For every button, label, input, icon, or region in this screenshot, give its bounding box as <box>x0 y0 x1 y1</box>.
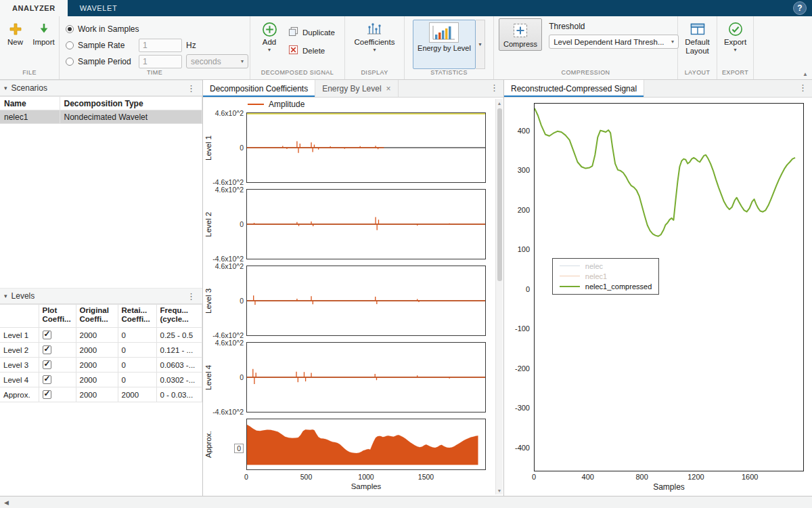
table-row[interactable]: Level 4 2000 0 0.0302 -... <box>0 373 202 387</box>
work-in-samples-radio[interactable]: Work in Samples <box>66 22 139 36</box>
threshold-combo[interactable]: Level Dependent Hard Thresh... ▾ <box>549 35 679 49</box>
column-header-frequency[interactable]: Frequ... (cycle... <box>156 305 202 328</box>
legend-entry-nelec1-compressed[interactable]: nelec1_compressed <box>560 282 652 291</box>
delete-button[interactable]: Delete <box>284 43 329 58</box>
compress-button[interactable]: Compress <box>499 18 542 51</box>
duplicate-label: Duplicate <box>302 28 335 37</box>
section-display: Coefficients ▾ DISPLAY <box>345 16 405 79</box>
levels-header[interactable]: ▾ Levels ⋮ <box>0 288 202 304</box>
vertical-scrollbar[interactable]: ▲ ▼ <box>495 99 503 494</box>
export-label: Export <box>724 38 746 47</box>
default-layout-button[interactable]: Default Layout <box>681 18 713 56</box>
legend-entry-nelec1[interactable]: nelec1 <box>560 272 652 280</box>
tab-analyzer[interactable]: ANALYZER <box>0 0 68 16</box>
compression-section-label: COMPRESSION <box>496 69 675 79</box>
compress-label: Compress <box>503 40 537 48</box>
question-icon: ? <box>797 3 802 13</box>
plot-checkbox[interactable] <box>43 360 51 369</box>
levels-menu-button[interactable]: ⋮ <box>184 292 198 301</box>
legend-label: nelec1_compressed <box>585 282 652 291</box>
collapse-toolstrip-button[interactable]: ▲ <box>803 71 808 77</box>
approx-plot[interactable] <box>246 419 486 470</box>
table-row[interactable]: Level 2 2000 0 0.121 - ... <box>0 343 202 358</box>
approx-axis-label: Approx. <box>203 419 214 470</box>
level-1-plot[interactable] <box>246 112 486 183</box>
energy-by-level-dropdown-button[interactable]: ▾ <box>476 20 485 69</box>
nelec1-compressed-line-swatch <box>560 286 580 287</box>
scroll-up-icon[interactable]: ▲ <box>497 99 502 107</box>
export-button[interactable]: Export ▾ <box>720 18 750 53</box>
plot-checkbox[interactable] <box>43 345 51 354</box>
section-layout: Default Layout LAYOUT <box>678 16 717 79</box>
levels-panel: ▾ Levels ⋮ Plot Coeffi... Original Coeff… <box>0 288 202 496</box>
section-decomposed-signal: Add ▾ Duplicate Delete <box>250 16 345 79</box>
decomposition-plots: Level 1 4.6x10^2 0 -4.6x10^2 Level 2 4.6… <box>203 111 503 496</box>
app-tab-bar: ANALYZER WAVELET ? <box>0 0 812 16</box>
column-header-decomposition-type[interactable]: Decomposition Type <box>60 97 202 110</box>
scenario-name-cell[interactable]: nelec1 <box>0 110 60 124</box>
section-compression: Compress Threshold Level Dependent Hard … <box>494 16 678 79</box>
chevron-down-icon: ▾ <box>671 39 674 45</box>
nelec1-line-swatch <box>560 276 580 276</box>
sample-period-input[interactable] <box>139 55 182 68</box>
column-header-retained-coefficients[interactable]: Retai... Coeffi... <box>118 305 156 328</box>
column-header-blank <box>0 305 39 328</box>
duplicate-icon <box>288 26 298 38</box>
table-row[interactable]: Level 3 2000 0 0.0603 -... <box>0 358 202 373</box>
help-button[interactable]: ? <box>793 1 807 15</box>
seconds-combo[interactable]: seconds ▾ <box>186 54 248 68</box>
plot-checkbox[interactable] <box>43 375 51 384</box>
legend-entry-nelec[interactable]: nelec <box>560 262 652 270</box>
plot-checkbox[interactable] <box>43 331 51 339</box>
scenario-type-cell[interactable]: Nondecimated Wavelet <box>60 110 202 124</box>
sample-period-radio[interactable]: Sample Period seconds ▾ <box>66 55 248 68</box>
scenarios-header[interactable]: ▾ Scenarios ⋮ <box>0 80 202 96</box>
column-header-original-coefficients[interactable]: Original Coeffi... <box>76 305 118 328</box>
plot-checkbox[interactable] <box>43 390 51 399</box>
level-4-row: Level 4 4.6x10^2 0 -4.6x10^2 <box>203 342 486 412</box>
coefficients-button[interactable]: Coefficients ▾ <box>351 18 399 53</box>
add-button[interactable]: Add ▾ <box>256 18 283 53</box>
level-2-plot[interactable] <box>246 189 486 259</box>
level-2-row: Level 2 4.6x10^2 0 -4.6x10^2 <box>203 189 486 259</box>
export-icon <box>728 20 743 38</box>
mid-panel-menu-button[interactable]: ⋮ <box>487 83 501 92</box>
collapse-panel-icon[interactable]: ◀ <box>4 499 9 506</box>
column-header-name[interactable]: Name <box>0 97 60 110</box>
file-section-label: FILE <box>2 69 57 79</box>
export-section-label: EXPORT <box>719 69 751 79</box>
right-panel-menu-button[interactable]: ⋮ <box>796 83 810 92</box>
coefficients-label: Coefficients <box>355 38 395 47</box>
plot-legend[interactable]: nelec nelec1 nelec1_compressed <box>552 258 659 295</box>
tab-reconstructed-compressed-signal[interactable]: Reconstructed-Compressed Signal <box>504 80 644 97</box>
sample-rate-input[interactable] <box>139 39 182 52</box>
level-3-axis-label: Level 3 <box>203 266 214 336</box>
table-row[interactable]: Approx. 2000 2000 0 - 0.03... <box>0 387 202 402</box>
new-button[interactable]: New <box>2 18 29 47</box>
close-icon[interactable]: × <box>386 84 391 93</box>
default-layout-label: Default Layout <box>685 38 709 56</box>
column-header-plot-coefficients[interactable]: Plot Coeffi... <box>39 305 76 328</box>
level-4-plot[interactable] <box>246 342 486 412</box>
table-row[interactable]: nelec1 Nondecimated Wavelet <box>0 110 202 124</box>
approx-row: Approx. 0 <box>203 419 486 470</box>
layout-section-label: LAYOUT <box>680 69 715 79</box>
tab-decomposition-coefficients[interactable]: Decomposition Coefficients <box>203 80 315 97</box>
tab-wavelet[interactable]: WAVELET <box>68 0 130 16</box>
table-row[interactable]: Level 1 2000 0 0.25 - 0.5 <box>0 328 202 343</box>
level-3-plot[interactable] <box>246 266 486 336</box>
duplicate-button[interactable]: Duplicate <box>284 25 339 39</box>
x-axis-ticks: 050010001500 <box>246 472 486 482</box>
scenarios-menu-button[interactable]: ⋮ <box>184 84 198 93</box>
sample-rate-radio[interactable]: Sample Rate Hz <box>66 39 196 52</box>
signal-plot[interactable]: nelec nelec1 nelec1_compressed <box>534 103 804 471</box>
chevron-down-icon: ▾ <box>734 47 736 53</box>
scrollbar-thumb[interactable] <box>497 108 502 281</box>
tab-energy-by-level[interactable]: Energy By Level × <box>315 80 398 97</box>
energy-by-level-toggle[interactable]: Energy by Level <box>413 20 476 69</box>
new-label: New <box>7 38 23 47</box>
scroll-down-icon[interactable]: ▼ <box>497 486 502 494</box>
import-button[interactable]: Import <box>30 18 58 47</box>
decomposition-panel: Decomposition Coefficients Energy By Lev… <box>203 80 504 496</box>
wavelet-analyzer-app: ANALYZER WAVELET ? New Import <box>0 0 812 508</box>
